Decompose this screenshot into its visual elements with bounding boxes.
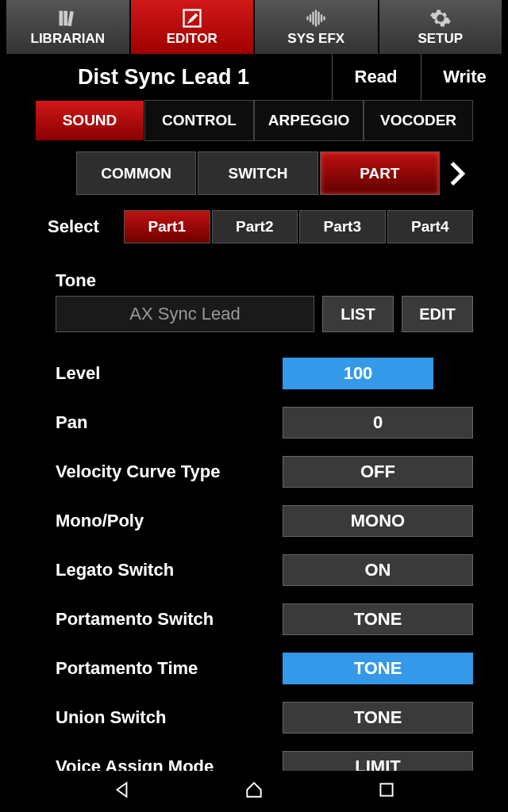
param-row: Velocity Curve TypeOFF (56, 456, 473, 488)
subtab-part[interactable]: PART (320, 151, 440, 195)
tab-arpeggio[interactable]: ARPEGGIO (254, 100, 364, 141)
param-value[interactable]: 0 (283, 407, 473, 439)
back-button[interactable] (112, 779, 133, 803)
svg-rect-8 (318, 12, 320, 25)
android-nav-bar (0, 771, 508, 812)
sound-tabs: SOUND CONTROL ARPEGGIO VOCODER (35, 100, 473, 141)
gear-icon (429, 7, 452, 29)
param-label: Portamento Time (56, 658, 283, 679)
tab-setup[interactable]: SETUP (379, 0, 502, 54)
square-icon (376, 779, 397, 800)
subtab-switch[interactable]: SWITCH (198, 151, 318, 195)
chevron-right-icon (441, 158, 473, 190)
param-label: Velocity Curve Type (56, 462, 283, 482)
svg-rect-2 (67, 11, 74, 26)
param-value[interactable]: TONE (283, 653, 473, 684)
part-tab-3[interactable]: Part3 (299, 210, 386, 243)
param-label: Portamento Switch (56, 609, 283, 630)
svg-marker-11 (117, 783, 126, 796)
svg-rect-7 (315, 10, 317, 27)
tab-sound[interactable]: SOUND (35, 100, 144, 141)
select-row: Select Part1 Part2 Part3 Part4 (35, 207, 473, 247)
write-button[interactable]: Write (421, 54, 508, 100)
select-label: Select (35, 216, 122, 237)
tab-setup-label: SETUP (418, 31, 463, 47)
tab-control[interactable]: CONTROL (144, 100, 254, 141)
param-row: Level100 (56, 358, 473, 389)
svg-rect-9 (321, 14, 322, 21)
param-label: Legato Switch (56, 560, 283, 580)
param-value[interactable]: 100 (283, 358, 433, 389)
svg-rect-10 (324, 17, 325, 21)
param-label: Pan (56, 412, 283, 433)
tone-row: AX Sync Lead LIST EDIT (56, 296, 473, 332)
waveform-icon (304, 7, 328, 29)
tab-editor-label: EDITOR (167, 31, 217, 47)
svg-rect-5 (310, 14, 311, 21)
tab-editor[interactable]: EDITOR (131, 0, 254, 54)
tab-vocoder[interactable]: VOCODER (364, 100, 473, 141)
home-outline-icon (244, 779, 264, 800)
tab-librarian-label: LIBRARIAN (31, 31, 106, 47)
param-label: Union Switch (56, 707, 283, 728)
param-row: Union SwitchTONE (56, 702, 473, 733)
content: Tone AX Sync Lead LIST EDIT Level100Pan0… (56, 270, 473, 783)
param-row: Portamento SwitchTONE (56, 603, 473, 635)
books-icon (56, 7, 79, 29)
top-tabs: LIBRARIAN EDITOR SYS EFX SETUP (0, 0, 508, 54)
header-row: Dist Sync Lead 1 Read Write (0, 54, 508, 100)
param-row: Mono/PolyMONO (56, 505, 473, 537)
svg-rect-0 (60, 11, 64, 26)
recent-button[interactable] (376, 779, 397, 803)
next-arrow-button[interactable] (441, 151, 473, 195)
param-label: Mono/Poly (56, 511, 283, 531)
tab-librarian[interactable]: LIBRARIAN (6, 0, 129, 54)
svg-rect-6 (313, 12, 314, 25)
tab-sys-efx[interactable]: SYS EFX (255, 0, 378, 54)
param-row: Portamento TimeTONE (56, 653, 473, 684)
tone-field[interactable]: AX Sync Lead (56, 296, 314, 332)
triangle-back-icon (112, 779, 133, 800)
svg-rect-1 (64, 11, 68, 26)
edit-icon (180, 7, 204, 29)
param-value[interactable]: OFF (283, 456, 473, 488)
param-row: Legato SwitchON (56, 554, 473, 586)
svg-rect-12 (380, 783, 392, 795)
part-tab-1[interactable]: Part1 (124, 210, 210, 243)
tone-label: Tone (56, 270, 473, 291)
param-row: Pan0 (56, 407, 473, 439)
edit-button[interactable]: EDIT (402, 296, 473, 332)
home-button[interactable] (244, 779, 264, 803)
param-value[interactable]: TONE (283, 702, 473, 733)
part-tab-2[interactable]: Part2 (212, 210, 298, 243)
part-tab-4[interactable]: Part4 (387, 210, 474, 243)
read-button[interactable]: Read (332, 54, 419, 100)
list-button[interactable]: LIST (322, 296, 394, 332)
preset-name: Dist Sync Lead 1 (6, 65, 330, 90)
param-value[interactable]: TONE (283, 603, 473, 635)
tab-sys-efx-label: SYS EFX (287, 31, 344, 47)
svg-rect-4 (307, 17, 309, 21)
sub-tabs-row: COMMON SWITCH PART (76, 151, 473, 195)
subtab-common[interactable]: COMMON (76, 151, 196, 195)
param-label: Level (56, 363, 283, 384)
param-value[interactable]: ON (283, 554, 473, 586)
param-value[interactable]: MONO (283, 505, 473, 537)
